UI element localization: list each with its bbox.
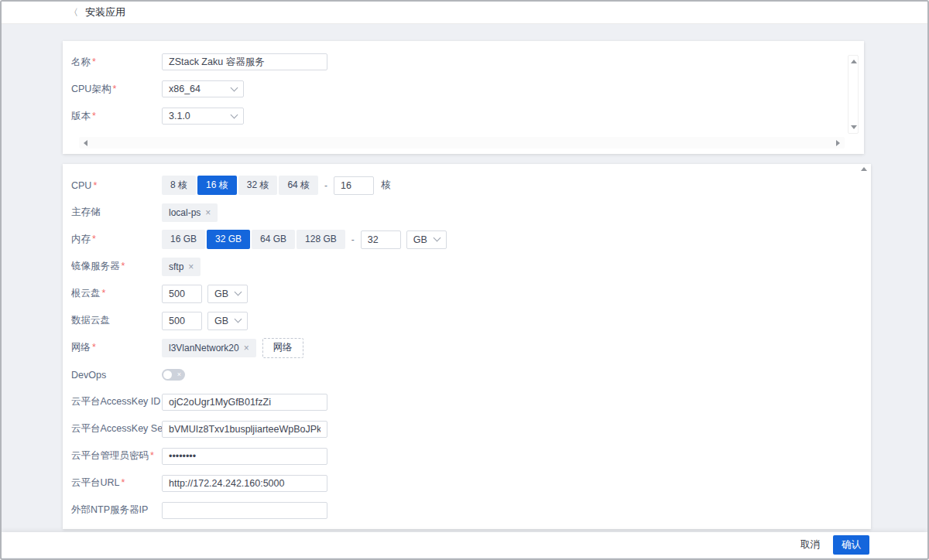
range-separator: -	[324, 180, 327, 191]
ntp-ip-input[interactable]	[162, 502, 327, 519]
cpu-arch-select[interactable]: x86_64	[162, 80, 244, 97]
scroll-down-icon[interactable]	[851, 125, 857, 129]
cpu-option-16-selected[interactable]: 16 核	[197, 176, 237, 195]
required-mark: *	[92, 111, 96, 121]
form-row-access-key-secret: 云平台AccessKey Secr...	[63, 415, 871, 442]
chevron-down-icon	[235, 289, 242, 296]
required-mark: *	[150, 450, 154, 461]
toggle-off-icon: ×	[177, 369, 181, 380]
name-input[interactable]	[162, 53, 327, 70]
scroll-left-icon[interactable]	[84, 140, 87, 146]
scroll-right-icon[interactable]	[836, 140, 840, 146]
scroll-up-icon[interactable]	[861, 167, 867, 171]
access-key-id-label: 云平台AccessKey ID*	[71, 395, 162, 408]
memory-option-16[interactable]: 16 GB	[162, 230, 205, 249]
cancel-button[interactable]: 取消	[800, 538, 820, 551]
version-label: 版本*	[71, 110, 162, 123]
add-network-button[interactable]: 网络	[262, 338, 303, 358]
form-row-version: 版本* 3.1.0	[71, 108, 864, 125]
memory-custom-input[interactable]	[361, 230, 401, 249]
form-row-platform-url: 云平台URL*	[63, 470, 871, 497]
devops-toggle[interactable]: ×	[162, 369, 185, 381]
label-text: CPU架构	[71, 84, 111, 94]
cpu-option-64[interactable]: 64 核	[279, 176, 318, 195]
back-icon[interactable]: 〈	[69, 8, 78, 17]
horizontal-scrollbar[interactable]	[79, 137, 845, 149]
access-key-secret-label: 云平台AccessKey Secr...	[71, 422, 162, 435]
cpu-option-8[interactable]: 8 核	[162, 176, 196, 195]
cpu-arch-label: CPU架构*	[71, 83, 162, 96]
tag-close-icon[interactable]: ×	[205, 208, 211, 217]
network-tag: l3VlanNetwork20×	[162, 339, 256, 357]
chevron-down-icon	[433, 234, 441, 242]
label-text: 网络	[71, 342, 91, 353]
memory-option-64[interactable]: 64 GB	[252, 230, 295, 249]
form-row-access-key-id: 云平台AccessKey ID*	[63, 388, 871, 415]
form-row-cpu: CPU* 8 核 16 核 32 核 64 核 - 核	[63, 172, 871, 199]
cpu-option-32[interactable]: 32 核	[238, 176, 278, 195]
confirm-button[interactable]: 确认	[833, 535, 869, 555]
tag-close-icon[interactable]: ×	[188, 262, 194, 271]
select-value: GB	[214, 289, 228, 299]
required-mark: *	[92, 234, 96, 244]
form-row-ntp-ip: 外部NTP服务器IP	[63, 497, 871, 524]
vertical-scrollbar[interactable]	[848, 55, 859, 134]
form-row-image-server: 镜像服务器* sftp×	[63, 253, 871, 280]
root-disk-size-input[interactable]	[162, 285, 202, 303]
form-row-data-disk: 数据云盘 GB	[63, 307, 871, 334]
required-mark: *	[112, 84, 116, 94]
chevron-down-icon	[231, 84, 238, 91]
label-text: 镜像服务器	[71, 261, 120, 271]
platform-url-label: 云平台URL*	[71, 476, 162, 490]
access-key-secret-input[interactable]	[162, 421, 327, 438]
form-row-primary-storage: 主存储 local-ps×	[63, 199, 871, 226]
form-row-devops: DevOps ×	[63, 361, 871, 388]
data-disk-label: 数据云盘	[71, 314, 162, 327]
label-text: 根云盘	[71, 288, 101, 299]
root-disk-unit-select[interactable]: GB	[207, 285, 248, 303]
tag-close-icon[interactable]: ×	[244, 343, 249, 353]
select-value: 3.1.0	[169, 111, 190, 121]
data-disk-size-input[interactable]	[162, 312, 202, 330]
form-row-root-disk: 根云盘* GB	[63, 280, 871, 307]
image-server-tag: sftp×	[162, 258, 201, 276]
page-title: 安装应用	[85, 5, 125, 19]
admin-password-label: 云平台管理员密码*	[71, 449, 162, 463]
data-disk-unit-select[interactable]: GB	[207, 312, 248, 330]
access-key-id-input[interactable]	[162, 394, 327, 411]
form-row-admin-password: 云平台管理员密码*	[63, 442, 871, 470]
label-text: 版本	[71, 111, 91, 121]
version-select[interactable]: 3.1.0	[162, 108, 244, 125]
ntp-ip-label: 外部NTP服务器IP	[71, 504, 162, 517]
form-row-network: 网络* l3VlanNetwork20× 网络	[63, 334, 871, 361]
memory-unit-select[interactable]: GB	[406, 230, 447, 249]
form-row-memory: 内存* 16 GB 32 GB 64 GB 128 GB - GB	[63, 226, 871, 253]
topbar: 〈 安装应用	[2, 2, 927, 24]
chevron-down-icon	[235, 316, 242, 323]
tag-text: l3VlanNetwork20	[169, 343, 239, 353]
basic-info-panel: 名称* CPU架构* x86_64 版本* 3.1.0	[63, 41, 864, 154]
chevron-down-icon	[231, 111, 238, 118]
required-mark: *	[102, 288, 106, 299]
cpu-custom-input[interactable]	[334, 176, 374, 195]
label-text: CPU	[71, 180, 91, 191]
required-mark: *	[122, 261, 125, 271]
label-text: 云平台URL	[71, 477, 120, 488]
label-text: 名称	[71, 56, 91, 67]
label-text: 内存	[71, 234, 91, 244]
memory-option-32-selected[interactable]: 32 GB	[207, 230, 250, 249]
name-label: 名称*	[71, 56, 162, 69]
memory-option-128[interactable]: 128 GB	[297, 230, 345, 249]
devops-label: DevOps	[71, 370, 162, 381]
primary-storage-tag: local-ps×	[162, 203, 218, 222]
admin-password-input[interactable]	[162, 448, 327, 465]
platform-url-input[interactable]	[162, 475, 327, 492]
select-value: GB	[413, 234, 427, 245]
primary-storage-label: 主存储	[71, 206, 162, 219]
root-disk-label: 根云盘*	[71, 287, 162, 300]
tag-text: local-ps	[169, 207, 201, 218]
select-value: GB	[214, 316, 228, 326]
scroll-up-icon[interactable]	[851, 60, 857, 63]
install-app-window: 〈 安装应用 名称* CPU架构* x86_64 版本* 3.1.0	[0, 0, 929, 560]
label-text: 云平台管理员密码	[71, 450, 149, 461]
